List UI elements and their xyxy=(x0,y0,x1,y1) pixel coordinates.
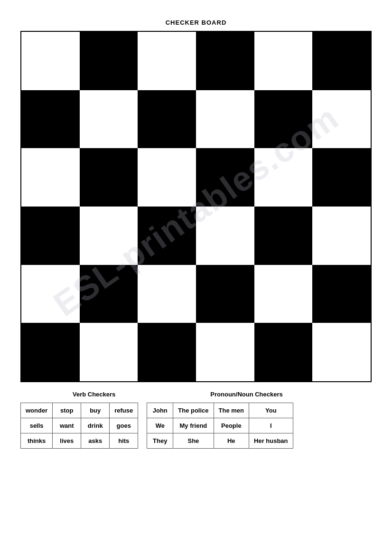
verb-cell: asks xyxy=(81,433,110,449)
checkerboard-container: ESL-printables.com xyxy=(20,31,372,391)
checker-cell xyxy=(312,148,371,207)
pronoun-cell: We xyxy=(147,418,173,433)
pronoun-checkers-label: Pronoun/Noun Checkers xyxy=(210,391,282,398)
checker-cell xyxy=(138,90,196,149)
verb-cell: goes xyxy=(110,418,138,433)
checker-cell xyxy=(80,148,138,207)
verb-cell: sells xyxy=(21,418,53,433)
verb-checkers-label: Verb Checkers xyxy=(73,391,115,398)
tables-container: wonderstopbuyrefusesellswantdrinkgoesthi… xyxy=(20,403,372,449)
checker-cell xyxy=(196,323,254,381)
pronoun-cell: They xyxy=(147,433,173,449)
checker-cell xyxy=(196,90,254,149)
checker-cell xyxy=(254,265,313,323)
checker-cell xyxy=(254,90,313,149)
checker-cell xyxy=(196,207,254,265)
pronoun-cell: He xyxy=(214,433,249,449)
checker-cell xyxy=(80,323,138,381)
checker-cell xyxy=(254,148,313,207)
checker-cell xyxy=(80,32,138,90)
verb-cell: want xyxy=(53,418,81,433)
checker-cell xyxy=(312,207,371,265)
verb-cell: buy xyxy=(81,403,110,418)
pronoun-cell: I xyxy=(249,418,293,433)
pronoun-cell: She xyxy=(173,433,214,449)
pronoun-cell: People xyxy=(214,418,249,433)
checker-cell xyxy=(254,323,313,381)
verb-cell: refuse xyxy=(110,403,138,418)
checker-cell xyxy=(21,207,80,265)
checker-cell xyxy=(21,90,80,149)
checker-cell xyxy=(138,323,196,381)
checkerboard xyxy=(20,31,372,382)
checker-cell xyxy=(254,32,313,90)
verb-cell: thinks xyxy=(21,433,53,449)
verb-cell: stop xyxy=(53,403,81,418)
checker-cell xyxy=(312,90,371,149)
checker-cell xyxy=(80,265,138,323)
page-title: CHECKER BOARD xyxy=(166,19,227,26)
pronoun-cell: My friend xyxy=(173,418,214,433)
checker-cell xyxy=(254,207,313,265)
checker-cell xyxy=(312,32,371,90)
pronoun-cell: The police xyxy=(173,403,214,418)
table-labels: Verb Checkers Pronoun/Noun Checkers xyxy=(20,391,372,398)
checker-cell xyxy=(80,207,138,265)
pronoun-table: JohnThe policeThe menYouWeMy friendPeopl… xyxy=(147,403,293,449)
verb-cell: wonder xyxy=(21,403,53,418)
checker-cell xyxy=(196,32,254,90)
verb-cell: lives xyxy=(53,433,81,449)
checker-cell xyxy=(138,207,196,265)
pronoun-cell: Her husban xyxy=(249,433,293,449)
checker-cell xyxy=(138,265,196,323)
checker-cell xyxy=(21,148,80,207)
checker-cell xyxy=(80,90,138,149)
checker-cell xyxy=(196,265,254,323)
checker-cell xyxy=(138,32,196,90)
checker-cell xyxy=(138,148,196,207)
pronoun-cell: You xyxy=(249,403,293,418)
verb-cell: hits xyxy=(110,433,138,449)
pronoun-cell: John xyxy=(147,403,173,418)
checker-cell xyxy=(196,148,254,207)
verb-cell: drink xyxy=(81,418,110,433)
checker-cell xyxy=(312,323,371,381)
checker-cell xyxy=(21,323,80,381)
verb-table: wonderstopbuyrefusesellswantdrinkgoesthi… xyxy=(20,403,138,449)
checker-cell xyxy=(21,265,80,323)
pronoun-cell: The men xyxy=(214,403,249,418)
checker-cell xyxy=(21,32,80,90)
checker-cell xyxy=(312,265,371,323)
